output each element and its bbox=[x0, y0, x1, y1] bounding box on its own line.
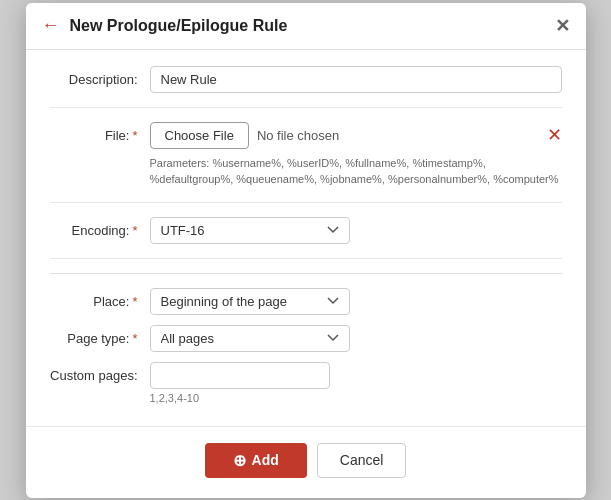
encoding-select[interactable]: UTF-16 UTF-8 ASCII ISO-8859-1 bbox=[150, 217, 350, 244]
custompages-label: Custom pages: bbox=[50, 362, 150, 383]
dialog-body: Description: File:* Choose File No file … bbox=[26, 50, 586, 426]
custompages-row: Custom pages: 1,2,3,4-10 bbox=[50, 362, 562, 404]
pagetype-field-content: All pages Custom pages First page Last p… bbox=[150, 325, 562, 352]
params-text: Parameters: %username%, %userID%, %fulln… bbox=[150, 155, 562, 188]
pagetype-select[interactable]: All pages Custom pages First page Last p… bbox=[150, 325, 350, 352]
back-icon[interactable]: ← bbox=[42, 15, 60, 36]
delete-file-icon[interactable]: ✕ bbox=[547, 124, 562, 146]
dialog-header: ← New Prologue/Epilogue Rule ✕ bbox=[26, 3, 586, 50]
encoding-label: Encoding:* bbox=[50, 217, 150, 238]
file-row: File:* Choose File No file chosen ✕ Para… bbox=[50, 122, 562, 203]
place-label: Place:* bbox=[50, 288, 150, 309]
dialog-title: New Prologue/Epilogue Rule bbox=[70, 17, 545, 35]
pagetype-row: Page type:* All pages Custom pages First… bbox=[50, 325, 562, 352]
place-field-content: Beginning of the page End of the page bbox=[150, 288, 562, 315]
custompages-field-content: 1,2,3,4-10 bbox=[150, 362, 562, 404]
pagetype-label: Page type:* bbox=[50, 325, 150, 346]
description-input[interactable] bbox=[150, 66, 562, 93]
pagetype-required: * bbox=[132, 331, 137, 346]
place-required: * bbox=[132, 294, 137, 309]
add-label: Add bbox=[252, 452, 279, 468]
close-icon[interactable]: ✕ bbox=[555, 15, 570, 37]
section-divider bbox=[50, 273, 562, 274]
no-file-text: No file chosen bbox=[257, 128, 339, 143]
place-select[interactable]: Beginning of the page End of the page bbox=[150, 288, 350, 315]
choose-file-button[interactable]: Choose File bbox=[150, 122, 249, 149]
encoding-field-content: UTF-16 UTF-8 ASCII ISO-8859-1 bbox=[150, 217, 562, 244]
place-row: Place:* Beginning of the page End of the… bbox=[50, 288, 562, 315]
file-required: * bbox=[132, 128, 137, 143]
dialog-footer: ⊕ Add Cancel bbox=[26, 426, 586, 498]
encoding-row: Encoding:* UTF-16 UTF-8 ASCII ISO-8859-1 bbox=[50, 217, 562, 259]
file-row-inner: Choose File No file chosen ✕ bbox=[150, 122, 562, 149]
dialog: ← New Prologue/Epilogue Rule ✕ Descripti… bbox=[26, 3, 586, 498]
cancel-button[interactable]: Cancel bbox=[317, 443, 407, 478]
encoding-required: * bbox=[132, 223, 137, 238]
custompages-input[interactable] bbox=[150, 362, 330, 389]
description-field-content bbox=[150, 66, 562, 93]
add-button[interactable]: ⊕ Add bbox=[205, 443, 307, 478]
file-label: File:* bbox=[50, 122, 150, 143]
description-label: Description: bbox=[50, 66, 150, 87]
custompages-hint: 1,2,3,4-10 bbox=[150, 392, 562, 404]
add-icon: ⊕ bbox=[233, 451, 246, 470]
description-row: Description: bbox=[50, 66, 562, 108]
file-field-content: Choose File No file chosen ✕ Parameters:… bbox=[150, 122, 562, 188]
